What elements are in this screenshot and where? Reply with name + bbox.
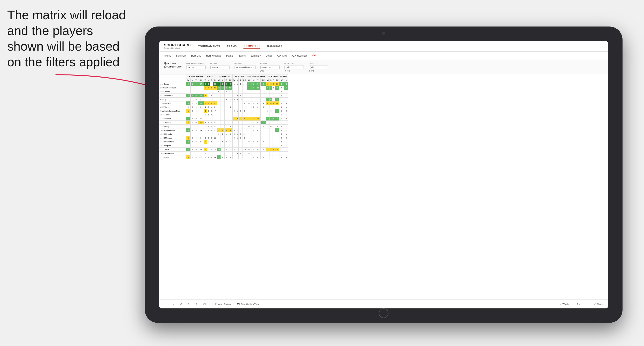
- cell: 1: [236, 132, 239, 136]
- bottom-toolbar: ↩ ↪ ↺ ⊖ ⊕ 🕐 👁 View: Original 💾 Save Cust…: [159, 299, 608, 308]
- conference-select[interactable]: (All): [284, 66, 304, 69]
- view-original-btn[interactable]: 👁 View: Original: [213, 302, 232, 306]
- cell: 0: [232, 109, 236, 113]
- nav-tournaments[interactable]: TOURNAMENTS: [198, 44, 220, 49]
- cell: 1: [252, 148, 255, 152]
- cell: 0: [242, 94, 246, 98]
- cell: [207, 98, 210, 101]
- division-wrapper[interactable]: NCAA Division II NCAA Division I: [234, 65, 256, 69]
- cell: [272, 136, 275, 140]
- cell: [270, 105, 272, 109]
- undo-btn[interactable]: ↩: [163, 302, 168, 306]
- subnav-players[interactable]: Players: [238, 53, 246, 58]
- cell: [236, 125, 239, 128]
- zoom-in-btn[interactable]: ⊕: [194, 302, 199, 306]
- cell: [217, 105, 220, 109]
- cell: 2: [221, 90, 224, 94]
- cell: 1: [284, 94, 288, 98]
- players-select[interactable]: (All): [308, 66, 328, 69]
- fullscreen-btn[interactable]: ⛶: [585, 302, 590, 306]
- table-row: 1. J Garcia 3 1 0 27 3 0 -11 4 1 0: [160, 82, 288, 86]
- cell: 1: [239, 94, 242, 98]
- eye-icon: 👁: [215, 303, 217, 305]
- clock-btn[interactable]: 🕐: [202, 302, 207, 306]
- redo-btn[interactable]: ↪: [171, 302, 176, 306]
- gender-select[interactable]: Women's Men's: [210, 66, 230, 69]
- subnav-h2h-grid2[interactable]: H2H Grid: [276, 53, 287, 58]
- cell: 1: [284, 140, 288, 144]
- watch-btn[interactable]: ● Watch ▾: [559, 302, 572, 306]
- cell: 6: [270, 86, 272, 90]
- cell: [255, 90, 260, 94]
- share-btn[interactable]: ↗ Share: [592, 302, 604, 306]
- gender-label: Gender: [210, 62, 230, 64]
- max-players-wrapper[interactable]: Top 25 Top 10 All: [186, 65, 206, 69]
- cell: [275, 136, 279, 140]
- settings-btn[interactable]: ⚙ ▾: [575, 302, 582, 306]
- tablet-home-button[interactable]: [379, 308, 388, 318]
- full-view-option[interactable]: Full View: [164, 62, 182, 65]
- compact-view-option[interactable]: Compact View: [164, 66, 182, 68]
- cell: 1: [232, 82, 236, 86]
- nav-rankings[interactable]: RANKINGS: [267, 44, 282, 49]
- save-custom-btn[interactable]: 💾 Save Custom View: [236, 302, 260, 306]
- cell: [221, 101, 224, 105]
- cell: 1: [204, 94, 207, 98]
- subnav-teams[interactable]: Teams: [164, 53, 171, 58]
- cell: [217, 125, 220, 128]
- subnav-summary2[interactable]: Summary: [250, 53, 261, 58]
- cell: [266, 121, 270, 125]
- zoom-out-btn[interactable]: ⊖: [186, 302, 191, 306]
- subnav-detail[interactable]: Detail: [266, 53, 272, 58]
- full-view-radio[interactable]: [164, 62, 166, 65]
- cell: 1: [232, 117, 236, 121]
- subnav-h2h-grid[interactable]: H2H Grid: [191, 53, 201, 58]
- cell: 25: [260, 121, 266, 125]
- division-filter: Division NCAA Division II NCAA Division …: [234, 62, 256, 69]
- cell: [210, 90, 213, 94]
- sub-l2: L: [207, 78, 210, 82]
- max-players-select[interactable]: Top 25 Top 10 All: [186, 66, 206, 69]
- subnav-summary[interactable]: Summary: [176, 53, 186, 58]
- cell: 0: [279, 144, 284, 148]
- region-select[interactable]: East - DII West - DII: [260, 66, 280, 69]
- gender-wrapper[interactable]: Women's Men's: [210, 65, 230, 69]
- reset-btn[interactable]: ↺: [178, 302, 184, 306]
- cell: [212, 117, 217, 121]
- cell: 0: [228, 132, 232, 136]
- cell: 1: [194, 105, 198, 109]
- cell: [270, 156, 272, 159]
- cell: [228, 94, 232, 98]
- region-wrapper[interactable]: East - DII West - DII: [260, 65, 280, 69]
- cell: 3: [186, 128, 190, 132]
- cell: [266, 140, 270, 144]
- division-select[interactable]: NCAA Division II NCAA Division I: [234, 66, 256, 69]
- cell: 0: [252, 117, 255, 121]
- cell: 0: [210, 101, 213, 105]
- cell: [236, 144, 239, 148]
- sub-l5: L: [252, 78, 255, 82]
- cell: 0: [204, 113, 207, 117]
- cell: 0: [246, 82, 252, 86]
- subnav-h2h-heatmap2[interactable]: H2H Heatmap: [292, 53, 307, 58]
- cell: 24: [275, 101, 279, 105]
- cell: [232, 121, 236, 125]
- table-row: 10. L Perini 0 1 0: [160, 113, 288, 117]
- cell: 0: [194, 128, 198, 132]
- subnav-matrix[interactable]: Matrix: [226, 53, 232, 58]
- save-icon: 💾: [237, 303, 240, 305]
- players-wrapper[interactable]: (All): [308, 65, 328, 69]
- sub-t3: T: [224, 78, 228, 82]
- cell: 1: [221, 140, 224, 144]
- conference-wrapper[interactable]: (All): [284, 65, 304, 69]
- logo-sub: Powered by clippd: [164, 47, 191, 49]
- compact-view-radio[interactable]: [164, 66, 166, 68]
- subnav-h2h-heatmap[interactable]: H2H Heatmap: [206, 53, 221, 58]
- matrix-container[interactable]: 2. M Kelly Mulcahy 6. A Dy 11. G Woods 2…: [159, 74, 608, 299]
- subnav-matrix2[interactable]: Matrix: [312, 53, 318, 58]
- nav-teams[interactable]: TEAMS: [227, 44, 237, 49]
- sub-dif4: Dif: [242, 78, 246, 82]
- cell: 0: [239, 148, 242, 152]
- nav-committee[interactable]: COMMITTEE: [244, 44, 260, 49]
- cell: 0: [221, 148, 224, 152]
